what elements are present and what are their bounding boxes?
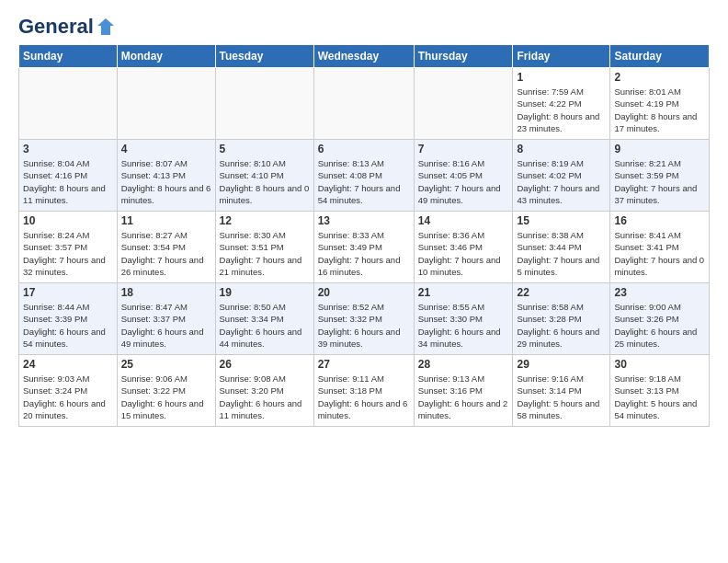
week-row-3: 10Sunrise: 8:24 AMSunset: 3:57 PMDayligh… (19, 212, 710, 283)
day-number: 9 (614, 143, 705, 155)
day-number: 7 (418, 143, 509, 155)
day-number: 24 (23, 358, 113, 371)
day-cell-9: 9Sunrise: 8:21 AMSunset: 3:59 PMDaylight… (610, 140, 710, 212)
day-cell-28: 28Sunrise: 9:13 AMSunset: 3:16 PMDayligh… (414, 355, 513, 427)
day-info: Sunrise: 8:30 AMSunset: 3:51 PMDaylight:… (220, 229, 310, 278)
day-cell-29: 29Sunrise: 9:16 AMSunset: 3:14 PMDayligh… (513, 355, 610, 427)
day-number: 23 (614, 286, 705, 299)
weekday-wednesday: Wednesday (313, 45, 414, 68)
day-number: 21 (418, 286, 509, 299)
day-info: Sunrise: 9:00 AMSunset: 3:26 PMDaylight:… (614, 301, 705, 350)
day-number: 15 (517, 214, 606, 227)
day-cell-26: 26Sunrise: 9:08 AMSunset: 3:20 PMDayligh… (215, 355, 313, 427)
day-cell-21: 21Sunrise: 8:55 AMSunset: 3:30 PMDayligh… (414, 283, 513, 355)
day-number: 13 (318, 214, 410, 227)
day-number: 19 (220, 286, 310, 299)
day-cell-6: 6Sunrise: 8:13 AMSunset: 4:08 PMDaylight… (313, 140, 414, 212)
day-cell-20: 20Sunrise: 8:52 AMSunset: 3:32 PMDayligh… (313, 283, 414, 355)
day-info: Sunrise: 8:07 AMSunset: 4:13 PMDaylight:… (121, 157, 211, 206)
day-info: Sunrise: 9:18 AMSunset: 3:13 PMDaylight:… (614, 373, 705, 421)
day-cell-19: 19Sunrise: 8:50 AMSunset: 3:34 PMDayligh… (215, 283, 313, 355)
day-number: 28 (418, 358, 509, 371)
page: General SundayMondayTuesdayWednesdayThur… (0, 0, 728, 563)
day-info: Sunrise: 8:27 AMSunset: 3:54 PMDaylight:… (121, 229, 211, 278)
day-info: Sunrise: 8:58 AMSunset: 3:28 PMDaylight:… (517, 301, 606, 350)
day-cell-10: 10Sunrise: 8:24 AMSunset: 3:57 PMDayligh… (19, 212, 118, 283)
day-number: 6 (318, 143, 410, 155)
day-number: 4 (121, 143, 211, 155)
day-info: Sunrise: 8:21 AMSunset: 3:59 PMDaylight:… (614, 157, 705, 206)
day-cell-8: 8Sunrise: 8:19 AMSunset: 4:02 PMDaylight… (513, 140, 610, 212)
day-cell-15: 15Sunrise: 8:38 AMSunset: 3:44 PMDayligh… (513, 212, 610, 283)
weekday-friday: Friday (513, 45, 610, 68)
day-number: 20 (318, 286, 410, 299)
calendar-table: SundayMondayTuesdayWednesdayThursdayFrid… (18, 44, 710, 427)
day-info: Sunrise: 8:36 AMSunset: 3:46 PMDaylight:… (418, 229, 509, 278)
empty-cell (19, 68, 118, 140)
weekday-saturday: Saturday (610, 45, 710, 68)
day-number: 30 (614, 358, 705, 371)
day-number: 27 (318, 358, 410, 371)
day-info: Sunrise: 9:08 AMSunset: 3:20 PMDaylight:… (220, 373, 310, 421)
day-number: 5 (220, 143, 310, 155)
day-info: Sunrise: 8:01 AMSunset: 4:19 PMDaylight:… (614, 86, 705, 134)
day-cell-18: 18Sunrise: 8:47 AMSunset: 3:37 PMDayligh… (117, 283, 215, 355)
day-cell-2: 2Sunrise: 8:01 AMSunset: 4:19 PMDaylight… (610, 68, 710, 140)
day-number: 22 (517, 286, 606, 299)
day-cell-13: 13Sunrise: 8:33 AMSunset: 3:49 PMDayligh… (313, 212, 414, 283)
day-info: Sunrise: 9:03 AMSunset: 3:24 PMDaylight:… (23, 373, 113, 421)
day-cell-12: 12Sunrise: 8:30 AMSunset: 3:51 PMDayligh… (215, 212, 313, 283)
day-info: Sunrise: 9:13 AMSunset: 3:16 PMDaylight:… (418, 373, 509, 421)
day-info: Sunrise: 8:44 AMSunset: 3:39 PMDaylight:… (23, 301, 113, 350)
day-info: Sunrise: 8:33 AMSunset: 3:49 PMDaylight:… (318, 229, 410, 278)
day-info: Sunrise: 8:55 AMSunset: 3:30 PMDaylight:… (418, 301, 509, 350)
day-info: Sunrise: 8:38 AMSunset: 3:44 PMDaylight:… (517, 229, 606, 278)
day-info: Sunrise: 8:52 AMSunset: 3:32 PMDaylight:… (318, 301, 410, 350)
logo: General (18, 15, 116, 35)
logo-general: General (18, 15, 94, 39)
day-cell-4: 4Sunrise: 8:07 AMSunset: 4:13 PMDaylight… (117, 140, 215, 212)
weekday-sunday: Sunday (19, 45, 118, 68)
day-cell-27: 27Sunrise: 9:11 AMSunset: 3:18 PMDayligh… (313, 355, 414, 427)
day-cell-17: 17Sunrise: 8:44 AMSunset: 3:39 PMDayligh… (19, 283, 118, 355)
header: General (18, 15, 710, 35)
day-info: Sunrise: 8:13 AMSunset: 4:08 PMDaylight:… (318, 157, 410, 206)
day-cell-24: 24Sunrise: 9:03 AMSunset: 3:24 PMDayligh… (19, 355, 118, 427)
day-info: Sunrise: 8:24 AMSunset: 3:57 PMDaylight:… (23, 229, 113, 278)
day-cell-7: 7Sunrise: 8:16 AMSunset: 4:05 PMDaylight… (414, 140, 513, 212)
day-number: 17 (23, 286, 113, 299)
day-info: Sunrise: 9:16 AMSunset: 3:14 PMDaylight:… (517, 373, 606, 421)
day-cell-5: 5Sunrise: 8:10 AMSunset: 4:10 PMDaylight… (215, 140, 313, 212)
day-info: Sunrise: 8:10 AMSunset: 4:10 PMDaylight:… (220, 157, 310, 206)
empty-cell (313, 68, 414, 140)
weekday-monday: Monday (117, 45, 215, 68)
day-number: 26 (220, 358, 310, 371)
empty-cell (215, 68, 313, 140)
day-info: Sunrise: 8:41 AMSunset: 3:41 PMDaylight:… (614, 229, 705, 278)
day-number: 11 (121, 214, 211, 227)
day-number: 10 (23, 214, 113, 227)
day-cell-22: 22Sunrise: 8:58 AMSunset: 3:28 PMDayligh… (513, 283, 610, 355)
day-number: 12 (220, 214, 310, 227)
day-cell-23: 23Sunrise: 9:00 AMSunset: 3:26 PMDayligh… (610, 283, 710, 355)
day-number: 18 (121, 286, 211, 299)
empty-cell (414, 68, 513, 140)
week-row-4: 17Sunrise: 8:44 AMSunset: 3:39 PMDayligh… (19, 283, 710, 355)
weekday-tuesday: Tuesday (215, 45, 313, 68)
day-info: Sunrise: 8:47 AMSunset: 3:37 PMDaylight:… (121, 301, 211, 350)
day-info: Sunrise: 8:50 AMSunset: 3:34 PMDaylight:… (220, 301, 310, 350)
day-cell-11: 11Sunrise: 8:27 AMSunset: 3:54 PMDayligh… (117, 212, 215, 283)
day-cell-14: 14Sunrise: 8:36 AMSunset: 3:46 PMDayligh… (414, 212, 513, 283)
day-info: Sunrise: 8:04 AMSunset: 4:16 PMDaylight:… (23, 157, 113, 206)
day-info: Sunrise: 8:16 AMSunset: 4:05 PMDaylight:… (418, 157, 509, 206)
day-info: Sunrise: 8:19 AMSunset: 4:02 PMDaylight:… (517, 157, 606, 206)
week-row-1: 1Sunrise: 7:59 AMSunset: 4:22 PMDaylight… (19, 68, 710, 140)
day-cell-3: 3Sunrise: 8:04 AMSunset: 4:16 PMDaylight… (19, 140, 118, 212)
day-number: 29 (517, 358, 606, 371)
day-info: Sunrise: 9:06 AMSunset: 3:22 PMDaylight:… (121, 373, 211, 421)
day-number: 2 (614, 71, 705, 84)
day-number: 25 (121, 358, 211, 371)
day-info: Sunrise: 9:11 AMSunset: 3:18 PMDaylight:… (318, 373, 410, 421)
svg-marker-0 (97, 18, 114, 35)
day-number: 14 (418, 214, 509, 227)
